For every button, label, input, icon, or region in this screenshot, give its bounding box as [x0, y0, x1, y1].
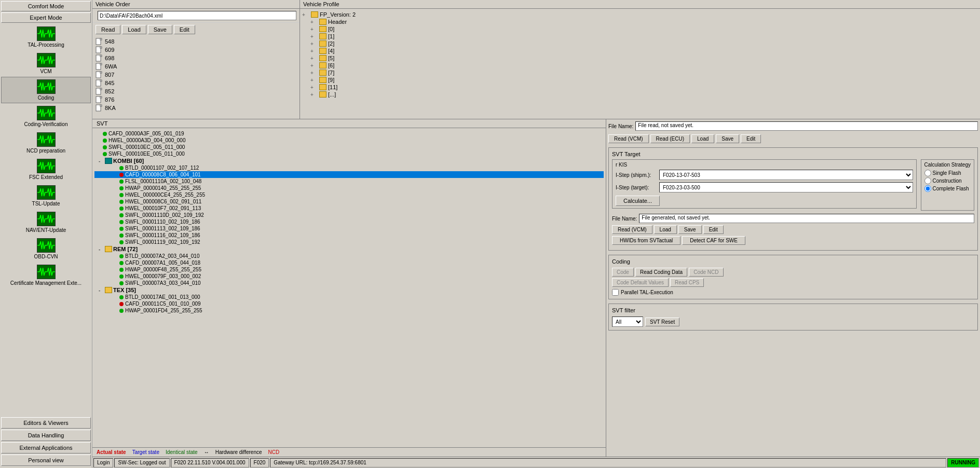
- code-default-values-button[interactable]: Code Default Values: [612, 278, 669, 287]
- status-identical[interactable]: Identical state: [166, 449, 198, 455]
- svt-item[interactable]: CAFD_000011C5_001_010_009: [94, 300, 604, 307]
- svt-item[interactable]: HWEL_000000CE4_255_255_255: [94, 191, 604, 198]
- sidebar-item-obd-cvn[interactable]: OBD-CVN: [1, 236, 91, 262]
- istep-target-select[interactable]: F020-23-03-500: [659, 182, 913, 192]
- svt-item[interactable]: SWFL_00001110_002_109_186: [94, 218, 604, 225]
- vp-node-5[interactable]: + [5]: [302, 54, 978, 62]
- vp-node-9[interactable]: + [9]: [302, 76, 978, 84]
- sidebar-item-ncd-preparation[interactable]: NCD preparation: [1, 130, 91, 156]
- expert-mode-button[interactable]: Expert Mode: [1, 12, 91, 23]
- read-ecu-button[interactable]: Read (ECU): [650, 134, 690, 143]
- svt-group-rem[interactable]: - REM [72]: [94, 245, 604, 253]
- editors-viewers-button[interactable]: Editors & Viewers: [1, 417, 91, 429]
- vp-node-1[interactable]: + [1]: [302, 33, 978, 40]
- status-hw-diff[interactable]: Hardware difference: [215, 449, 262, 455]
- vo-edit-button[interactable]: Edit: [174, 25, 195, 34]
- status-actual[interactable]: Actual state: [97, 449, 126, 455]
- save-button-bottom[interactable]: Save: [678, 225, 702, 234]
- svt-item[interactable]: SWFL_000010EC_005_011_000: [94, 144, 604, 150]
- personal-view-button[interactable]: Personal view: [1, 455, 91, 466]
- code-button[interactable]: Code: [612, 268, 634, 277]
- read-vcm-button-top[interactable]: Read (VCM): [608, 134, 649, 143]
- sidebar-item-tal-processing[interactable]: TAL-Processing: [1, 24, 91, 50]
- svt-item[interactable]: HWEL_000010F7_002_091_113: [94, 205, 604, 212]
- svt-item-label: HWEL_000010F7_002_091_113: [125, 205, 201, 211]
- construction-radio[interactable]: [924, 177, 931, 184]
- svt-item[interactable]: BTLD_00001107_002_107_112: [94, 164, 604, 171]
- status-ncd[interactable]: NCD: [268, 449, 280, 455]
- vp-node-6[interactable]: + [6]: [302, 62, 978, 69]
- svt-filter-select[interactable]: All: [612, 316, 643, 327]
- sidebar-item-fsc-extended[interactable]: FSC Extended: [1, 156, 91, 183]
- list-item[interactable]: 548: [93, 37, 298, 46]
- svt-item[interactable]: HWAP_00000F48_255_255_255: [94, 266, 604, 273]
- list-item[interactable]: 845: [93, 79, 298, 87]
- svt-item[interactable]: FLSL_00001110A_002_100_048: [94, 178, 604, 185]
- svt-item[interactable]: HWAP_00001FD4_255_255_255: [94, 307, 604, 314]
- read-vcm-button-bottom[interactable]: Read (VCM): [612, 225, 652, 234]
- complete-flash-radio[interactable]: [924, 185, 931, 192]
- save-button-top[interactable]: Save: [716, 134, 739, 143]
- edit-button-top[interactable]: Edit: [741, 134, 761, 143]
- svt-item[interactable]: HWAP_00000140_255_255_255: [94, 185, 604, 191]
- detect-caf-button[interactable]: Detect CAF for SWE: [682, 236, 745, 245]
- parallel-tal-checkbox[interactable]: [612, 289, 619, 296]
- list-item[interactable]: 698: [93, 54, 298, 62]
- vp-node-11[interactable]: + [11]: [302, 84, 978, 91]
- calculate-button[interactable]: Calculate...: [616, 196, 660, 206]
- svt-item[interactable]: HWEL_00000A3D_004_000_000: [94, 137, 604, 144]
- list-item[interactable]: 852: [93, 87, 298, 95]
- vp-node-7[interactable]: + [7]: [302, 69, 978, 76]
- sidebar-item-cert-mgmt[interactable]: Certificate Management Exte...: [1, 262, 91, 288]
- svt-item[interactable]: SWFL_000007A3_003_044_010: [94, 280, 604, 286]
- svt-item[interactable]: SWFL_00001110D_002_109_192: [94, 212, 604, 218]
- vo-read-button[interactable]: Read: [96, 25, 120, 34]
- list-item[interactable]: 8KA: [93, 104, 298, 112]
- svt-item-selected[interactable]: CAFD_000008C8_006_004_101: [94, 171, 604, 178]
- svt-item[interactable]: HWEL_0000079F_003_000_002: [94, 273, 604, 280]
- vp-node-more[interactable]: + [...]: [302, 91, 978, 98]
- list-item[interactable]: 609: [93, 46, 298, 54]
- edit-button-bottom[interactable]: Edit: [703, 225, 724, 234]
- svt-item[interactable]: BTLD_000007A2_003_044_010: [94, 253, 604, 259]
- svt-item[interactable]: SWFL_00001116_002_109_186: [94, 232, 604, 239]
- vp-node-4[interactable]: + [4]: [302, 47, 978, 54]
- data-handling-button[interactable]: Data Handling: [1, 430, 91, 441]
- read-cps-button[interactable]: Read CPS: [670, 278, 704, 287]
- svt-item[interactable]: SWFL_00001113_002_109_186: [94, 225, 604, 232]
- vp-node-0[interactable]: + [0]: [302, 25, 978, 33]
- vp-header-node[interactable]: + Header: [302, 18, 978, 25]
- load-button-bottom[interactable]: Load: [654, 225, 677, 234]
- sidebar-item-tsl-update[interactable]: TSL-Update: [1, 183, 91, 209]
- svt-item[interactable]: CAFD_00000A3F_005_001_019: [94, 130, 604, 137]
- svt-item[interactable]: CAFD_000007A1_005_044_018: [94, 259, 604, 266]
- istep-shipm-select[interactable]: F020-13-07-503: [659, 170, 913, 180]
- comfort-mode-button[interactable]: Comfort Mode: [1, 1, 91, 11]
- list-item[interactable]: 807: [93, 71, 298, 79]
- svt-group-kombi[interactable]: - KOMBI [60]: [94, 157, 604, 164]
- svt-item[interactable]: SWFL_000010EE_005_011_000: [94, 150, 604, 157]
- vo-load-button[interactable]: Load: [122, 25, 146, 34]
- svt-item[interactable]: SWFL_00001119_002_109_192: [94, 239, 604, 245]
- status-target[interactable]: Target state: [132, 449, 159, 455]
- read-coding-data-button[interactable]: Read Coding Data: [635, 268, 687, 277]
- sidebar-item-coding[interactable]: Coding: [1, 77, 91, 103]
- list-item[interactable]: 876: [93, 95, 298, 104]
- svt-item[interactable]: HWEL_000008C6_002_091_011: [94, 198, 604, 205]
- list-item[interactable]: 6WA: [93, 62, 298, 71]
- external-apps-button[interactable]: External Applications: [1, 442, 91, 453]
- sidebar-item-vcm[interactable]: VCM: [1, 50, 91, 77]
- vo-path-input[interactable]: [98, 11, 296, 20]
- svt-reset-button[interactable]: SVT Reset: [645, 318, 679, 326]
- vp-node-2[interactable]: + [2]: [302, 40, 978, 47]
- single-flash-radio[interactable]: [924, 170, 931, 176]
- code-ncd-button[interactable]: Code NCD: [689, 268, 723, 277]
- svt-group-tex[interactable]: - TEX [35]: [94, 286, 604, 294]
- svt-item[interactable]: BTLD_000017AE_001_013_000: [94, 294, 604, 300]
- vp-root-node[interactable]: + FP_Version: 2: [302, 11, 978, 18]
- sidebar-item-nav-ent[interactable]: NAV/ENT-Update: [1, 209, 91, 236]
- vo-save-button[interactable]: Save: [148, 25, 172, 34]
- sidebar-item-coding-verification[interactable]: Coding-Verification: [1, 103, 91, 130]
- hwids-button[interactable]: HWIDs from SVTactual: [612, 236, 680, 245]
- load-button-top[interactable]: Load: [691, 134, 714, 143]
